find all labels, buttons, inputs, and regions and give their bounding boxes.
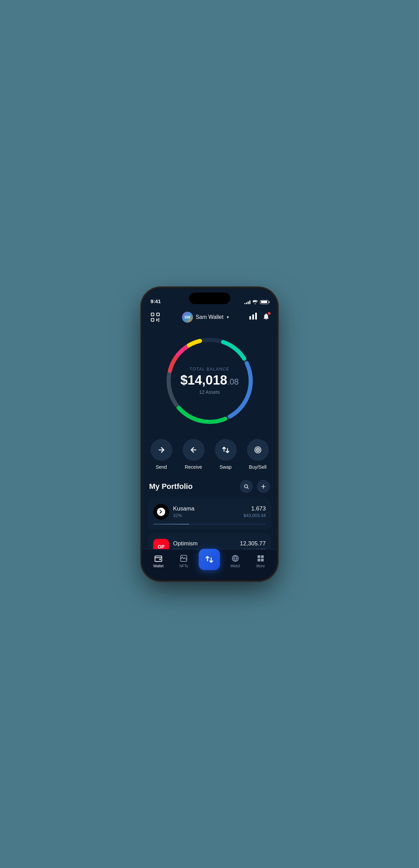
add-asset-button[interactable] (257, 480, 270, 493)
receive-label: Receive (185, 464, 202, 470)
send-button[interactable] (150, 439, 172, 461)
nav-center[interactable] (199, 549, 220, 573)
svg-rect-7 (249, 316, 251, 320)
svg-rect-0 (151, 313, 154, 316)
balance-cents: .08 (227, 377, 239, 386)
dynamic-island (189, 293, 230, 304)
wifi-icon (252, 300, 258, 304)
balance-amount: $14,018.08 (175, 374, 244, 387)
svg-rect-9 (255, 313, 257, 320)
phone-frame: 9:41 (142, 288, 277, 580)
kusama-asset-card[interactable]: Kusama 32% 1.673 $43,003.34 (148, 498, 271, 530)
notification-dot (267, 312, 271, 315)
kusama-row: Kusama 32% 1.673 $43,003.34 (153, 504, 266, 520)
web3-nav-icon (231, 554, 239, 562)
svg-rect-27 (261, 555, 264, 558)
wallet-nav-icon (154, 554, 162, 562)
portfolio-header: My Portfolio (148, 480, 271, 493)
web3-nav-label: Web3 (230, 564, 240, 568)
svg-point-24 (182, 557, 183, 558)
kusama-info: Kusama 32% (173, 505, 239, 518)
battery-icon (260, 300, 269, 304)
kusama-amount: 1.673 (244, 505, 266, 512)
header-right (249, 313, 270, 322)
receive-button[interactable] (183, 439, 205, 461)
balance-ring: TOTAL BALANCE $14,018.08 12 Assets (162, 333, 258, 429)
kusama-percent: 32% (173, 513, 239, 518)
app-header: SW Sam Wallet ▾ (142, 307, 277, 326)
send-label: Send (156, 464, 167, 470)
send-action[interactable]: Send (150, 439, 172, 470)
balance-section: TOTAL BALANCE $14,018.08 12 Assets (142, 326, 277, 432)
buysell-button[interactable] (247, 439, 269, 461)
receive-action[interactable]: Receive (183, 439, 205, 470)
wallet-selector[interactable]: SW Sam Wallet ▾ (182, 312, 229, 323)
signal-bars-icon (244, 300, 250, 304)
swap-action[interactable]: Swap (215, 439, 237, 470)
kusama-logo (153, 504, 169, 520)
swap-label: Swap (220, 464, 232, 470)
optimism-amount: 12,305.77 (240, 540, 266, 547)
kusama-values: 1.673 $43,003.34 (244, 505, 266, 518)
status-time: 9:41 (150, 298, 161, 304)
avatar: SW (182, 312, 193, 323)
kusama-progress-fill (153, 524, 189, 524)
optimism-name: Optimism (173, 540, 236, 547)
kusama-usd: $43,003.34 (244, 513, 266, 518)
center-action-button[interactable] (199, 549, 220, 570)
nav-more[interactable]: More (250, 554, 271, 568)
buysell-label: Buy/Sell (249, 464, 266, 470)
more-nav-icon (257, 554, 265, 562)
svg-rect-8 (252, 314, 254, 320)
kusama-name: Kusama (173, 505, 239, 512)
chevron-down-icon: ▾ (227, 315, 229, 320)
svg-rect-22 (159, 559, 161, 560)
bottom-nav: Wallet NFTs Web3 (142, 549, 277, 580)
main-content[interactable]: SW Sam Wallet ▾ (142, 307, 277, 580)
balance-display: TOTAL BALANCE $14,018.08 12 Assets (175, 367, 244, 395)
kusama-progress-bar (153, 524, 266, 524)
nfts-nav-label: NFTs (179, 564, 188, 568)
svg-rect-29 (261, 559, 264, 561)
portfolio-actions (240, 480, 270, 493)
svg-rect-28 (258, 559, 260, 561)
nav-web3[interactable]: Web3 (225, 554, 246, 568)
bell-wrapper[interactable] (262, 313, 270, 322)
buysell-action[interactable]: Buy/Sell (247, 439, 269, 470)
scan-icon[interactable] (149, 311, 161, 323)
svg-rect-26 (258, 555, 260, 558)
svg-rect-1 (157, 313, 159, 316)
swap-button[interactable] (215, 439, 237, 461)
svg-rect-21 (155, 556, 162, 561)
chart-icon[interactable] (249, 313, 257, 321)
search-button[interactable] (240, 480, 253, 493)
more-nav-label: More (256, 564, 265, 568)
nav-nfts[interactable]: NFTs (173, 554, 194, 568)
action-buttons: Send Receive Swap (142, 432, 277, 480)
status-icons (244, 300, 269, 304)
svg-rect-2 (151, 319, 154, 321)
nav-wallet[interactable]: Wallet (148, 554, 169, 568)
wallet-name-label: Sam Wallet (196, 314, 223, 320)
wallet-nav-label: Wallet (153, 564, 163, 568)
balance-assets-count: 12 Assets (175, 389, 244, 395)
nfts-nav-icon (180, 554, 188, 562)
portfolio-title: My Portfolio (149, 482, 193, 491)
balance-label: TOTAL BALANCE (175, 367, 244, 372)
